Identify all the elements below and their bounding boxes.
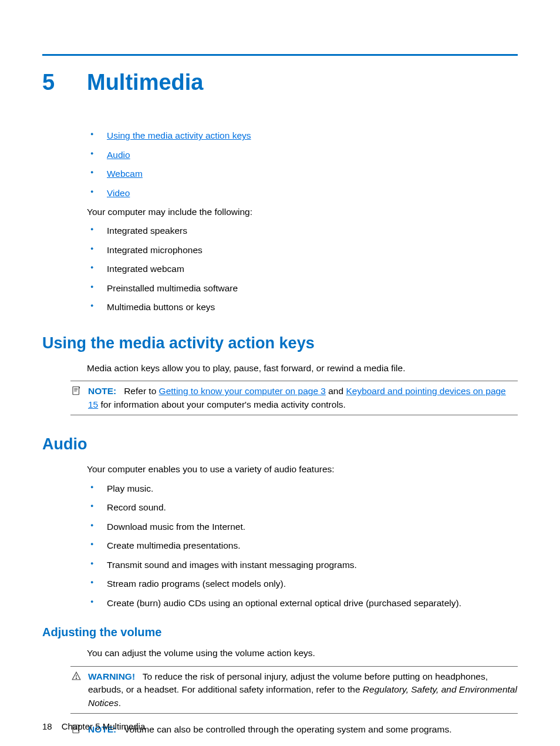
list-item: Record sound. xyxy=(87,501,518,514)
audio-intro: Your computer enables you to use a varie… xyxy=(87,463,518,476)
note-text: NOTE: Volume can also be controlled thro… xyxy=(88,723,518,736)
chapter-number: 5 xyxy=(42,66,87,99)
warning-text: WARNING! To reduce the risk of personal … xyxy=(88,670,518,710)
section-heading-media-keys: Using the media activity action keys xyxy=(42,332,518,355)
list-item: Download music from the Internet. xyxy=(87,520,518,533)
list-item: Create (burn) audio CDs using an optiona… xyxy=(87,597,518,610)
list-item: Preinstalled multimedia software xyxy=(87,282,518,295)
section-heading-audio: Audio xyxy=(42,433,518,456)
list-item: Integrated speakers xyxy=(87,224,518,237)
toc-link-audio[interactable]: Audio xyxy=(107,150,130,160)
svg-rect-0 xyxy=(73,387,79,395)
toc-list: Using the media activity action keys Aud… xyxy=(87,129,518,200)
chapter-title: 5 Multimedia xyxy=(42,66,518,99)
note-link-1[interactable]: Getting to know your computer on page 3 xyxy=(159,386,326,396)
chapter-name: Multimedia xyxy=(87,66,203,99)
toc-block: Using the media activity action keys Aud… xyxy=(87,129,518,314)
warning-label: WARNING! xyxy=(88,671,135,681)
list-item: Integrated microphones xyxy=(87,244,518,257)
volume-paragraph: You can adjust the volume using the volu… xyxy=(87,647,518,660)
audio-feature-list: Play music. Record sound. Download music… xyxy=(87,482,518,610)
top-divider xyxy=(42,54,518,56)
chapter-reference: Chapter 5 Multimedia xyxy=(62,720,146,733)
list-item: Play music. xyxy=(87,482,518,495)
subsection-heading-volume: Adjusting the volume xyxy=(42,624,518,641)
note-body-text: Volume can also be controlled through th… xyxy=(124,724,451,734)
warning-callout: WARNING! To reduce the risk of personal … xyxy=(70,666,518,714)
media-keys-paragraph: Media action keys allow you to play, pau… xyxy=(87,362,518,375)
note-icon xyxy=(70,385,85,396)
feature-list: Integrated speakers Integrated microphon… xyxy=(87,224,518,314)
list-item: Using the media activity action keys xyxy=(87,129,518,142)
list-item: Audio xyxy=(87,149,518,162)
intro-paragraph: Your computer may include the following: xyxy=(87,206,518,219)
toc-link-webcam[interactable]: Webcam xyxy=(107,169,143,179)
note-label: NOTE: xyxy=(88,386,116,396)
svg-point-2 xyxy=(76,678,76,678)
volume-body: You can adjust the volume using the volu… xyxy=(87,647,518,660)
note-text: NOTE: Refer to Getting to know your comp… xyxy=(88,385,518,411)
page-number: 18 xyxy=(42,720,52,733)
media-keys-body: Media action keys allow you to play, pau… xyxy=(87,362,518,375)
list-item: Transmit sound and images with instant m… xyxy=(87,559,518,572)
list-item: Create multimedia presentations. xyxy=(87,539,518,552)
note-text-part: Refer to xyxy=(124,386,158,396)
toc-link-video[interactable]: Video xyxy=(107,188,130,198)
note-text-part: for information about your computer's me… xyxy=(98,399,346,409)
list-item: Integrated webcam xyxy=(87,263,518,275)
list-item: Stream radio programs (select models onl… xyxy=(87,577,518,590)
document-page: 5 Multimedia Using the media activity ac… xyxy=(0,0,560,746)
warning-icon xyxy=(70,671,85,681)
list-item: Webcam xyxy=(87,167,518,180)
audio-body: Your computer enables you to use a varie… xyxy=(87,463,518,610)
list-item: Multimedia buttons or keys xyxy=(87,301,518,314)
warning-body-after: . xyxy=(119,698,121,708)
toc-link-media-keys[interactable]: Using the media activity action keys xyxy=(107,130,251,140)
note-text-part: and xyxy=(326,386,346,396)
page-footer: 18 Chapter 5 Multimedia xyxy=(42,720,145,733)
list-item: Video xyxy=(87,187,518,200)
note-callout: NOTE: Refer to Getting to know your comp… xyxy=(70,381,518,415)
